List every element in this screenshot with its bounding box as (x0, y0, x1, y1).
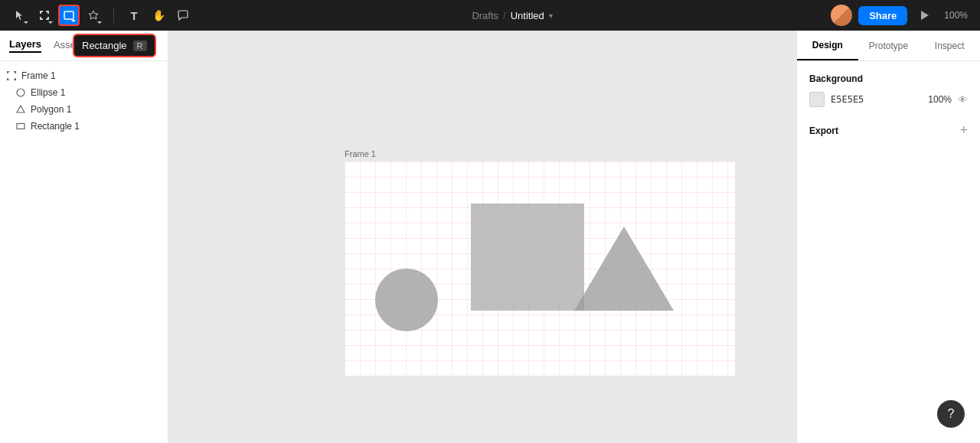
layer-frame1-label: Frame 1 (21, 70, 56, 81)
toolbar-center: Drafts / Untitled ▾ (200, 10, 825, 21)
frame-container: Frame 1 (345, 149, 735, 376)
ellipse-icon (15, 87, 26, 98)
sidebar: Layers Assets Frame 1 Ellipse 1 (0, 31, 168, 443)
frame-tool-button[interactable] (34, 5, 55, 26)
layers-list: Frame 1 Ellipse 1 Polygon 1 (0, 61, 168, 443)
tooltip-shortcut: R (133, 41, 147, 51)
move-tool-button[interactable] (9, 5, 31, 26)
text-tool-button[interactable]: T (123, 5, 145, 26)
svg-marker-9 (921, 11, 929, 20)
background-row: E5E5E5 100% 👁 (809, 92, 968, 107)
shape-rectangle[interactable] (471, 204, 584, 311)
visibility-icon[interactable]: 👁 (958, 94, 968, 106)
chevron-down-icon[interactable]: ▾ (549, 11, 553, 20)
hand-tool-icon: ✋ (152, 9, 165, 21)
layer-ellipse1[interactable]: Ellipse 1 (0, 84, 168, 101)
tab-prototype[interactable]: Prototype (858, 31, 920, 60)
share-button[interactable]: Share (858, 6, 907, 25)
bg-opacity-value: 100% (928, 94, 952, 105)
svg-rect-17 (15, 78, 17, 80)
bg-color-swatch[interactable] (809, 92, 825, 107)
export-section: Export + (809, 122, 968, 138)
rect-tool-tooltip: Rectangle R (73, 34, 156, 57)
tab-design[interactable]: Design (797, 31, 858, 60)
shape-circle[interactable] (375, 269, 438, 331)
rect-tool-button[interactable] (58, 5, 80, 26)
svg-rect-6 (40, 17, 41, 20)
text-tool-icon: T (130, 9, 137, 22)
layer-polygon1[interactable]: Polygon 1 (0, 101, 168, 118)
tool-group-left (9, 5, 104, 26)
breadcrumb-parent: Drafts (472, 10, 498, 21)
main-area: Layers Assets Frame 1 Ellipse 1 (0, 31, 980, 443)
svg-rect-7 (47, 17, 49, 20)
svg-rect-20 (17, 124, 24, 129)
breadcrumb-separator: / (503, 10, 506, 21)
zoom-level[interactable]: 100% (941, 8, 971, 22)
right-panel-tabs: Design Prototype Inspect (797, 31, 980, 61)
svg-rect-15 (15, 71, 17, 73)
svg-rect-8 (64, 11, 74, 19)
breadcrumb-current[interactable]: Untitled (511, 10, 544, 21)
edit-tool-button[interactable] (83, 5, 104, 26)
right-panel-content: Background E5E5E5 100% 👁 Export + (797, 61, 980, 443)
export-add-button[interactable]: + (959, 122, 968, 138)
svg-marker-19 (17, 106, 24, 112)
svg-rect-5 (47, 11, 49, 14)
help-button[interactable]: ? (937, 400, 965, 428)
breadcrumb: Drafts / Untitled ▾ (472, 10, 552, 21)
tooltip-label: Rectangle (82, 40, 127, 51)
svg-point-18 (17, 89, 24, 96)
play-button[interactable] (913, 5, 935, 26)
layer-polygon1-label: Polygon 1 (31, 104, 71, 115)
export-label: Export (809, 125, 838, 136)
shape-triangle[interactable] (574, 226, 674, 311)
polygon-icon (15, 104, 26, 115)
separator-1 (113, 8, 114, 23)
layer-rectangle1[interactable]: Rectangle 1 (0, 118, 168, 135)
hand-tool-button[interactable]: ✋ (148, 5, 169, 26)
bg-section-title: Background (809, 73, 968, 84)
svg-rect-16 (7, 78, 8, 80)
rectangle-icon (15, 121, 26, 132)
toolbar-right: Share 100% (831, 5, 971, 26)
canvas[interactable]: Frame 1 (168, 31, 796, 443)
tool-group-center: T ✋ (123, 5, 194, 26)
layer-rectangle1-label: Rectangle 1 (31, 121, 80, 132)
toolbar: T ✋ Drafts / Untitled ▾ Share 100% (0, 0, 980, 31)
frame-canvas[interactable] (345, 161, 735, 376)
bg-color-value[interactable]: E5E5E5 (831, 94, 922, 105)
svg-rect-4 (40, 11, 41, 14)
layer-ellipse1-label: Ellipse 1 (31, 87, 65, 98)
comment-tool-button[interactable] (172, 5, 194, 26)
layer-frame1[interactable]: Frame 1 (0, 67, 168, 84)
frame-label: Frame 1 (345, 149, 735, 158)
tab-layers[interactable]: Layers (9, 38, 41, 53)
right-panel: Design Prototype Inspect Background E5E5… (796, 31, 980, 443)
svg-rect-14 (7, 71, 8, 73)
avatar[interactable] (831, 5, 852, 26)
frame-icon (6, 70, 17, 81)
tab-inspect[interactable]: Inspect (919, 31, 980, 60)
